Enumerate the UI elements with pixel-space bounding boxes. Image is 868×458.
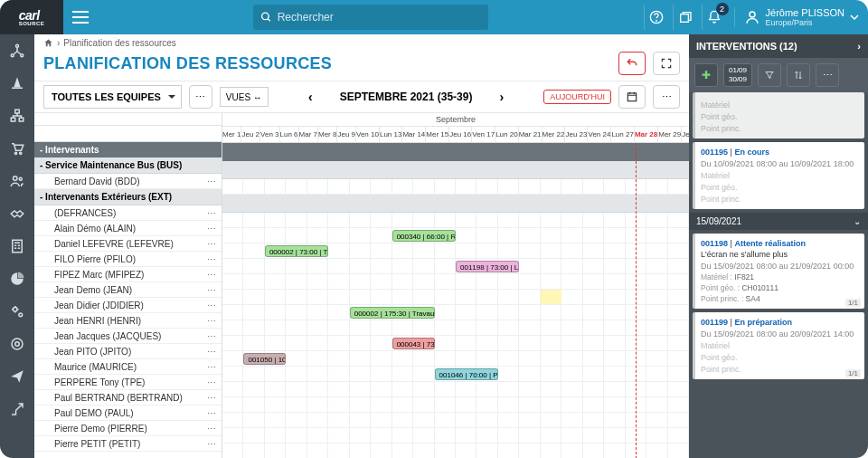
resource-more[interactable]: ⋯ [207,285,216,295]
gantt-task[interactable]: 001198 | 73:00 | L'écr [456,261,519,272]
gantt-view: - Intervenants - Service Maintenance Bus… [34,113,689,458]
resource-more[interactable]: ⋯ [207,239,216,249]
resource-more[interactable]: ⋯ [207,224,216,234]
resource-row[interactable]: Paul BERTRAND (BERTRAND)⋯ [34,390,222,406]
resource-row[interactable]: Jean Didier (JDIDIER)⋯ [34,298,222,313]
help-icon[interactable] [644,5,669,30]
day-header-cell: Mar 21 [519,127,542,142]
gantt-task[interactable]: 000002 | 73:00 | Trava [265,245,328,257]
gantt-task[interactable]: 000043 | 73:30 | Bruit [392,338,435,349]
rpanel-add[interactable]: ✚ [694,63,718,87]
resource-more[interactable]: ⋯ [207,439,216,449]
intervention-card[interactable]: 001195 | En coursDu 10/09/2021 08:00 au … [693,142,864,209]
home-icon[interactable] [43,38,53,48]
period-next[interactable]: › [499,90,504,104]
nav-send-icon[interactable] [0,360,34,393]
period-label: SEPTEMBRE 2021 (35-39) [340,91,473,103]
team-select[interactable]: TOUTES LES EQUIPES [43,85,182,109]
card-id[interactable]: 001199 [701,318,728,327]
resource-row[interactable]: Jean HENRI (HENRI)⋯ [34,313,222,329]
nav-gears-icon[interactable] [0,295,34,328]
resource-more[interactable]: ⋯ [207,301,216,310]
day-header-cell: Mer 22 [542,127,566,142]
resource-row[interactable]: Daniel LEFEVRE (LEFEVRE)⋯ [34,236,222,252]
nav-piechart-icon[interactable] [0,262,34,295]
search-box[interactable] [253,5,488,30]
rpanel-more[interactable]: ⋯ [816,63,839,87]
gantt-task[interactable]: 001050 | 109:00 | [243,353,286,365]
fullscreen-button[interactable] [653,52,680,75]
undo-button[interactable] [618,52,646,75]
resource-more[interactable]: ⋯ [207,393,216,403]
windows-icon[interactable] [673,5,698,30]
resource-more[interactable]: ⋯ [207,362,216,372]
resource-row[interactable]: Jean Jacques (JACQUES)⋯ [34,329,222,344]
resource-more[interactable]: ⋯ [207,331,216,341]
card-id[interactable]: 001195 [701,148,728,157]
day-header-cell: Mer 29 [658,127,682,142]
search-icon [260,11,272,24]
nav-people-icon[interactable] [0,165,34,197]
nav-exit-icon[interactable] [0,393,34,425]
intervention-card[interactable]: 001198 | Attente réalisationL'écran ne s… [693,234,864,309]
nav-handshake-icon[interactable] [0,197,34,230]
subgroup-ext[interactable]: - Intervenants Extérieurs (EXT) [34,189,222,205]
gantt-task[interactable]: 000340 | 66:00 | Re [392,230,456,242]
svg-point-13 [20,152,22,154]
resource-row[interactable]: FILO Pierre (PFILO)⋯ [34,252,222,267]
views-button[interactable]: VUES ↔ [220,87,269,107]
resource-row[interactable]: Alain Démo (ALAIN)⋯ [34,221,222,236]
user-menu[interactable]: Jérôme PLISSON Europe/Paris [734,7,868,27]
side-nav [0,34,34,458]
day-header-cell: Mar 14 [402,127,426,142]
card-id[interactable]: 001198 [701,239,728,248]
resource-row[interactable]: PERPERE Tony (TPE)⋯ [34,375,222,390]
resource-more[interactable]: ⋯ [207,347,216,357]
date-section[interactable]: 15/09/2021⌄ [689,213,868,230]
nav-touch-icon[interactable] [0,328,34,360]
intervention-card[interactable]: 001199 | En préparationDu 15/09/2021 08:… [693,312,864,379]
toolbar-more-button[interactable]: ⋯ [653,85,680,109]
resource-row[interactable]: Bernard David (BDD)⋯ [34,174,222,189]
day-header-cell: Jeu 23 [565,127,588,142]
rpanel-collapse[interactable]: › [857,41,861,52]
nav-cart-icon[interactable] [0,132,34,165]
rpanel-filter[interactable] [758,63,781,87]
resource-row[interactable]: Paul DEMO (PAUL)⋯ [34,406,222,421]
resource-more[interactable]: ⋯ [207,254,216,264]
gantt-task[interactable]: 000002 | 175:30 | Travaux électricité [350,307,435,319]
resource-row[interactable]: FIPEZ Marc (MFIPEZ)⋯ [34,267,222,282]
resource-row[interactable]: Maurice (MAURICE)⋯ [34,359,222,375]
rpanel-sort[interactable] [787,63,810,87]
resource-more[interactable]: ⋯ [207,270,216,280]
resource-row[interactable]: Jean PITO (JPITO)⋯ [34,344,222,359]
resource-row[interactable]: Jean Demo (JEAN)⋯ [34,282,222,298]
search-input[interactable] [278,11,481,24]
group-intervenants[interactable]: - Intervenants [34,142,222,157]
resource-more[interactable]: ⋯ [207,377,216,387]
resource-row[interactable]: Pierre Demo (PIERRE)⋯ [34,421,222,436]
page-title: PLANIFICATION DES RESSOURCES [43,54,332,73]
rpanel-daterange[interactable]: 01/0930/09 [723,63,752,87]
resource-more[interactable]: ⋯ [207,208,216,218]
menu-toggle[interactable] [63,11,98,24]
resource-more[interactable]: ⋯ [207,316,216,326]
svg-rect-3 [681,14,689,23]
nav-network-icon[interactable] [0,34,34,67]
team-more-button[interactable]: ⋯ [189,85,212,109]
resource-row[interactable]: (DEFRANCES)⋯ [34,205,222,221]
nav-calc-icon[interactable] [0,230,34,262]
day-header-cell: Mar 7 [299,127,318,142]
resource-more[interactable]: ⋯ [207,424,216,434]
bell-icon[interactable]: 2 [702,5,727,30]
resource-more[interactable]: ⋯ [207,177,216,186]
resource-more[interactable]: ⋯ [207,408,216,418]
gantt-task[interactable]: 001046 | 70:00 | Pré [435,368,498,380]
subgroup-bus[interactable]: - Service Maintenance Bus (BUS) [34,157,222,174]
calendar-button[interactable] [618,85,646,109]
resource-row[interactable]: Pierre PETIT (PETIT)⋯ [34,436,222,452]
today-button[interactable]: AUJOURD'HUI [543,90,611,104]
period-prev[interactable]: ‹ [308,90,313,104]
nav-cone-icon[interactable] [0,67,34,100]
nav-org-icon[interactable] [0,100,34,132]
